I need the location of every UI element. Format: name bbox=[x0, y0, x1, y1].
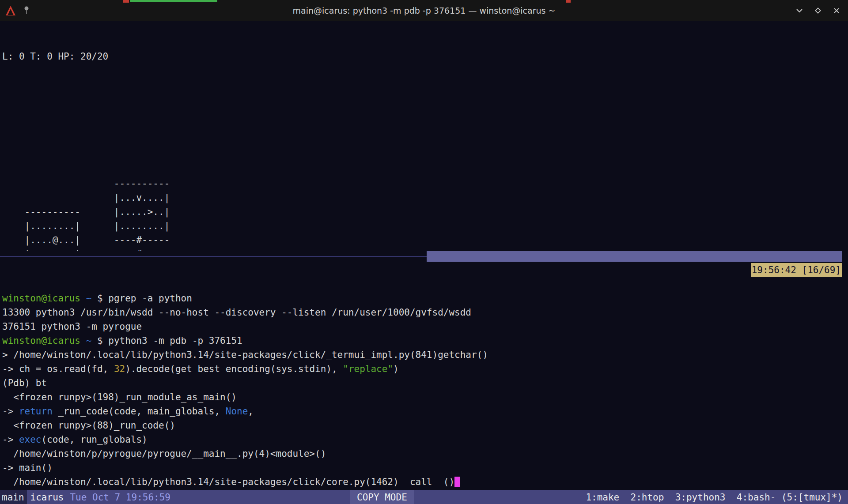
text-segment: -> bbox=[2, 406, 19, 417]
screen-edge-artifact-red-2 bbox=[566, 0, 571, 3]
text-segment: winston@icarus bbox=[2, 335, 80, 346]
terminal-line: -> return _run_code(code, main_globals, … bbox=[2, 404, 848, 418]
titlebar: main@icarus: python3 -m pdb -p 376151 — … bbox=[0, 0, 848, 21]
tmux-status-bar: mainicarusTue Oct 7 19:56:59 COPY MODE 1… bbox=[0, 490, 848, 504]
status-clock: Tue Oct 7 19:56:59 bbox=[64, 490, 170, 504]
text-segment: (Pdb) bt bbox=[2, 378, 47, 388]
text-segment: , bbox=[248, 406, 254, 417]
minimize-button[interactable] bbox=[795, 6, 804, 15]
terminal-line: <frozen runpy>(198)_run_module_as_main() bbox=[2, 390, 848, 404]
text-segment: 32 bbox=[114, 364, 125, 374]
text-segment: -> ch = os.read(fd, bbox=[2, 364, 114, 374]
text-segment: $ python3 -m pdb -p 376151 bbox=[91, 335, 242, 346]
hostname: icarus bbox=[27, 490, 64, 504]
text-segment: return bbox=[19, 406, 53, 417]
terminal-line: 376151 python3 -m pyrogue bbox=[2, 320, 848, 334]
maximize-button[interactable] bbox=[814, 6, 822, 15]
close-button[interactable] bbox=[832, 6, 841, 15]
text-segment: winston@icarus bbox=[2, 293, 80, 304]
map-row: |.....v..| # bbox=[2, 247, 848, 251]
shell-pane[interactable]: winston@icarus ~ $ pgrep -a python13300 … bbox=[0, 262, 848, 490]
game-map: ---------- |...v....| ---------- |.....>… bbox=[2, 177, 848, 251]
text-segment: /home/winston/p/pyrogue/pyrogue/__main__… bbox=[2, 448, 326, 459]
text-segment: -> bbox=[2, 434, 19, 445]
text-segment: _run_code(code, main_globals, bbox=[53, 406, 226, 417]
terminal-line: -> main() bbox=[2, 461, 848, 475]
terminal-line: (Pdb) bt bbox=[2, 376, 848, 390]
copy-mode-badge: COPY MODE bbox=[350, 490, 414, 504]
text-segment: <frozen runpy>(88)_run_code() bbox=[2, 420, 175, 431]
map-row: ---------- bbox=[2, 177, 848, 191]
terminal-line: 13300 python3 /usr/bin/wsdd --no-host --… bbox=[2, 305, 848, 320]
game-status-line: L: 0 T: 0 HP: 20/20 bbox=[2, 49, 848, 64]
blank-line bbox=[2, 92, 848, 106]
game-pane[interactable]: L: 0 T: 0 HP: 20/20 ---------- |...v....… bbox=[0, 21, 848, 251]
pane-divider-line bbox=[0, 256, 427, 257]
text-segment: exec bbox=[19, 434, 42, 445]
titlebar-left bbox=[0, 4, 31, 17]
text-segment: ~ bbox=[86, 293, 92, 304]
status-left: mainicarusTue Oct 7 19:56:59 bbox=[0, 490, 170, 504]
text-segment: > /home/winston/.local/lib/python3.14/si… bbox=[2, 350, 488, 360]
screen-edge-artifact-red bbox=[123, 0, 129, 3]
copy-mode-position-indicator: 19:56:42 [16/69] bbox=[751, 263, 842, 277]
text-segment: ) bbox=[393, 364, 399, 374]
terminal-line: <frozen runpy>(88)_run_code() bbox=[2, 418, 848, 433]
window-list[interactable]: 1:make 2:htop 3:python3 4:bash- (5:[tmux… bbox=[586, 490, 843, 504]
map-row: |....@...| ----#----- bbox=[2, 233, 848, 247]
text-segment: <frozen runpy>(198)_run_module_as_main() bbox=[2, 392, 237, 402]
window-controls bbox=[795, 6, 848, 15]
text-segment: -> main() bbox=[2, 463, 53, 473]
terminal-line: winston@icarus ~ $ python3 -m pdb -p 376… bbox=[2, 334, 848, 348]
terminal-line: -> exec(code, run_globals) bbox=[2, 433, 848, 447]
text-segment bbox=[80, 293, 86, 304]
text-segment: None bbox=[226, 406, 248, 417]
screen-edge-artifact-green bbox=[130, 0, 217, 2]
map-row: |...v....| bbox=[2, 191, 848, 205]
pane-divider-highlight bbox=[427, 251, 842, 262]
text-segment: ).decode(get_best_encoding(sys.stdin), bbox=[125, 364, 343, 374]
map-row: |........| |........| bbox=[2, 219, 848, 233]
terminal-line: > /home/winston/.local/lib/python3.14/si… bbox=[2, 348, 848, 362]
terminal-window: main@icarus: python3 -m pdb -p 376151 — … bbox=[0, 0, 848, 504]
text-segment: ~ bbox=[86, 335, 92, 346]
pane-divider[interactable] bbox=[0, 251, 848, 262]
terminal-app-icon[interactable] bbox=[4, 4, 17, 17]
text-segment bbox=[80, 335, 86, 346]
pushpin-icon[interactable] bbox=[22, 5, 31, 16]
text-segment: 376151 python3 -m pyrogue bbox=[2, 321, 142, 332]
terminal-cursor bbox=[454, 477, 460, 487]
terminal-line: /home/winston/p/pyrogue/pyrogue/__main__… bbox=[2, 447, 848, 461]
map-row: ---------- |.....>..| bbox=[2, 205, 848, 219]
terminal-line: /home/winston/.local/lib/python3.14/site… bbox=[2, 475, 848, 489]
blank-line bbox=[2, 134, 848, 148]
text-segment: $ pgrep -a python bbox=[91, 293, 192, 304]
shell-output: winston@icarus ~ $ pgrep -a python13300 … bbox=[2, 291, 848, 490]
terminal-line: winston@icarus ~ $ pgrep -a python bbox=[2, 291, 848, 305]
text-segment: /home/winston/.local/lib/python3.14/site… bbox=[2, 477, 454, 487]
terminal-line: -> ch = os.read(fd, 32).decode(get_best_… bbox=[2, 362, 848, 376]
text-segment: (code, run_globals) bbox=[42, 434, 148, 445]
text-segment: 13300 python3 /usr/bin/wsdd --no-host --… bbox=[2, 307, 471, 318]
text-segment: "replace" bbox=[343, 364, 393, 374]
session-name: main bbox=[0, 490, 27, 504]
window-title: main@icarus: python3 -m pdb -p 376151 — … bbox=[0, 6, 848, 15]
